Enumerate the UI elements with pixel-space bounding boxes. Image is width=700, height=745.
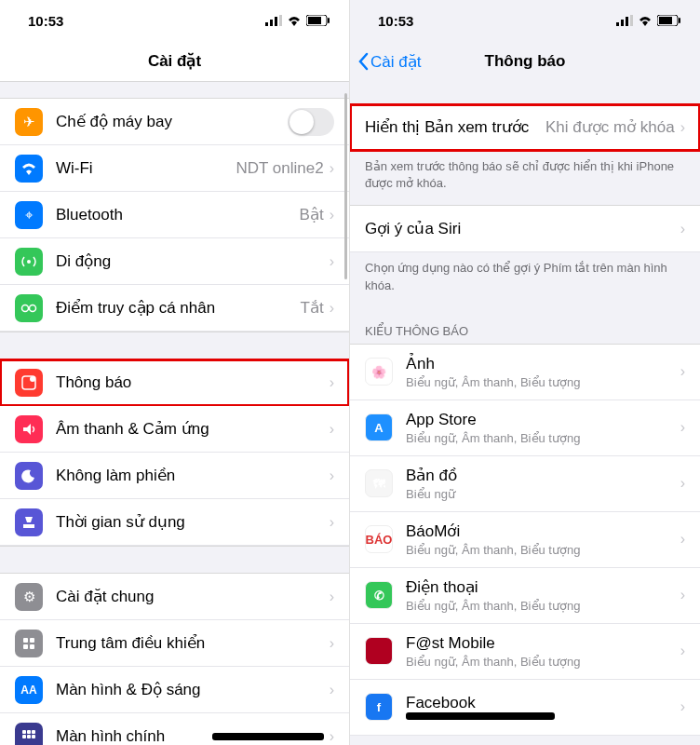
display-icon: AA	[15, 676, 43, 704]
row-screentime[interactable]: Thời gian sử dụng ›	[0, 499, 349, 546]
status-icons	[265, 15, 330, 26]
row-label: Di động	[56, 251, 330, 271]
row-display[interactable]: AA Màn hình & Độ sáng ›	[0, 667, 349, 713]
status-bar: 10:53	[350, 0, 700, 41]
app-row-photos[interactable]: 🌸ẢnhBiểu ngữ, Âm thanh, Biểu tượng›	[350, 345, 700, 400]
chevron-icon: ›	[330, 421, 334, 438]
row-cellular[interactable]: Di động ›	[0, 238, 349, 285]
back-button[interactable]: Cài đặt	[357, 41, 421, 82]
row-label: Trung tâm điều khiển	[56, 633, 330, 653]
app-text: F@st MobileBiểu ngữ, Âm thanh, Biểu tượn…	[406, 634, 680, 669]
chevron-icon: ›	[330, 589, 334, 605]
svg-rect-18	[27, 730, 31, 734]
row-show-previews[interactable]: Hiển thị Bản xem trước Khi được mở khóa …	[350, 104, 700, 151]
chevron-icon: ›	[330, 467, 334, 484]
row-wifi[interactable]: Wi-Fi NDT online2 ›	[0, 145, 349, 192]
app-name: App Store	[406, 411, 680, 429]
svg-rect-21	[27, 735, 31, 738]
section-header-style: KIỂU THÔNG BÁO	[350, 307, 700, 345]
status-icons	[616, 15, 681, 26]
row-controlcenter[interactable]: Trung tâm điều khiển ›	[0, 620, 349, 667]
app-row-facebook[interactable]: fFacebook›	[350, 680, 700, 736]
row-label: Điểm truy cập cá nhân	[56, 298, 301, 318]
dnd-icon	[15, 462, 43, 490]
phone-icon: ✆	[365, 581, 393, 609]
app-sub: Biểu ngữ	[406, 487, 680, 501]
notifications-screen: 10:53 Cài đặt Thông báo Hiển thị Bản xem…	[350, 0, 700, 745]
sounds-icon	[15, 415, 43, 443]
settings-screen: 10:53 Cài đặt ✈ Chế độ máy bay Wi-Fi NDT…	[0, 0, 350, 745]
app-row-phone[interactable]: ✆Điện thoạiBiểu ngữ, Âm thanh, Biểu tượn…	[350, 568, 700, 624]
row-home[interactable]: Màn hình chính ›	[0, 713, 349, 745]
app-name: Bản đồ	[406, 466, 680, 485]
redacted-bar	[406, 712, 555, 720]
cellular-icon	[15, 248, 43, 276]
row-notifications[interactable]: Thông báo ›	[0, 359, 349, 406]
chevron-icon: ›	[680, 587, 685, 603]
wifi-icon	[287, 15, 302, 26]
row-label: Cài đặt chung	[56, 587, 330, 606]
row-general[interactable]: ⚙ Cài đặt chung ›	[0, 574, 349, 620]
svg-rect-0	[265, 22, 268, 26]
svg-rect-17	[22, 730, 26, 734]
page-title-right: Thông báo	[485, 52, 566, 71]
row-siri-suggestions[interactable]: Gợi ý của Siri ›	[350, 206, 700, 252]
svg-rect-13	[23, 638, 28, 643]
row-hotspot[interactable]: Điểm truy cập cá nhân Tắt ›	[0, 285, 349, 332]
svg-rect-22	[32, 735, 35, 738]
row-value: Khi được mở khóa	[545, 117, 675, 137]
row-dnd[interactable]: Không làm phiền ›	[0, 453, 349, 499]
row-label: Màn hình chính	[56, 727, 212, 745]
app-text: Điện thoạiBiểu ngữ, Âm thanh, Biểu tượng	[406, 577, 680, 613]
chevron-icon: ›	[680, 698, 685, 715]
chevron-icon: ›	[330, 728, 334, 745]
svg-rect-3	[279, 15, 282, 26]
bluetooth-icon: ⌖	[15, 201, 43, 229]
battery-icon	[657, 15, 681, 26]
airplane-toggle[interactable]	[288, 108, 334, 136]
scrollbar[interactable]	[344, 93, 347, 279]
row-airplane[interactable]: ✈ Chế độ máy bay	[0, 99, 349, 145]
app-row-appstore[interactable]: AApp StoreBiểu ngữ, Âm thanh, Biểu tượng…	[350, 400, 700, 456]
chevron-icon: ›	[330, 682, 334, 698]
row-label: Thông báo	[56, 373, 330, 392]
page-title-left: Cài đặt	[148, 51, 201, 71]
app-name: Ảnh	[406, 354, 680, 373]
signal-icon	[265, 15, 282, 26]
row-label: Màn hình & Độ sáng	[56, 680, 330, 699]
row-label: Wi-Fi	[56, 159, 236, 178]
svg-point-8	[22, 305, 29, 311]
chevron-icon: ›	[330, 300, 334, 317]
svg-point-7	[27, 260, 31, 264]
svg-point-11	[30, 376, 35, 382]
app-text: Bản đồBiểu ngữ	[406, 466, 680, 501]
chevron-icon: ›	[680, 363, 685, 380]
group-gap	[0, 332, 349, 359]
app-text: ẢnhBiểu ngữ, Âm thanh, Biểu tượng	[406, 354, 680, 389]
chevron-icon: ›	[330, 374, 334, 391]
app-row-baomoi[interactable]: BÁOBáoMớiBiểu ngữ, Âm thanh, Biểu tượng›	[350, 512, 700, 568]
baomoi-icon: BÁO	[365, 525, 393, 553]
app-name: BáoMới	[406, 522, 680, 541]
notifications-icon	[15, 369, 43, 397]
svg-rect-15	[23, 644, 28, 649]
row-label: Bluetooth	[56, 206, 300, 224]
chevron-icon: ›	[680, 221, 685, 237]
row-label: Chế độ máy bay	[56, 112, 288, 131]
row-bluetooth[interactable]: ⌖ Bluetooth Bật ›	[0, 192, 349, 238]
preview-footer: Bản xem trước thông báo sẽ chỉ được hiển…	[350, 151, 700, 206]
wifi-icon	[638, 15, 653, 26]
chevron-icon: ›	[330, 514, 334, 531]
app-sub: Biểu ngữ, Âm thanh, Biểu tượng	[406, 431, 680, 445]
svg-rect-19	[32, 730, 35, 734]
app-row-maps[interactable]: 🗺Bản đồBiểu ngữ›	[350, 456, 700, 512]
navbar-left: Cài đặt	[0, 41, 349, 82]
app-text: Facebook	[406, 694, 680, 720]
navbar-right: Cài đặt Thông báo	[350, 41, 700, 82]
apps-list: 🌸ẢnhBiểu ngữ, Âm thanh, Biểu tượng›AApp …	[350, 345, 700, 736]
app-row-fast[interactable]: F@st MobileBiểu ngữ, Âm thanh, Biểu tượn…	[350, 624, 700, 680]
status-time: 10:53	[28, 13, 63, 29]
group-gap	[0, 82, 349, 99]
photos-icon: 🌸	[365, 358, 393, 386]
row-sounds[interactable]: Âm thanh & Cảm ứng ›	[0, 406, 349, 453]
